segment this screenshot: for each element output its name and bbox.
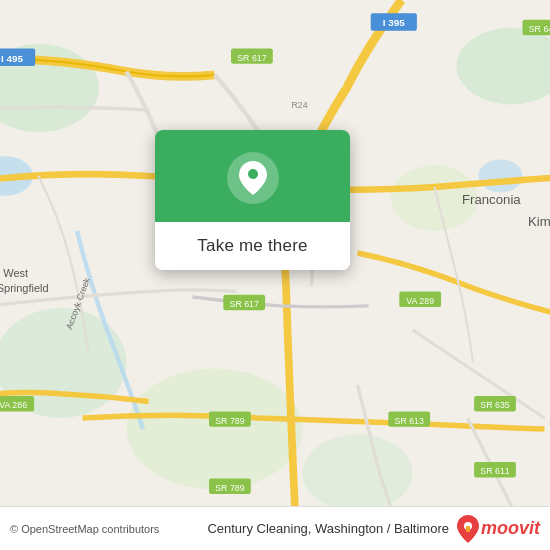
map-container: I 495 SR 617 I 395 SR 648 Franconia West… bbox=[0, 0, 550, 550]
svg-text:VA 289: VA 289 bbox=[406, 296, 434, 306]
moovit-pin-icon bbox=[457, 515, 479, 543]
svg-point-6 bbox=[303, 435, 413, 512]
svg-text:SR 789: SR 789 bbox=[215, 483, 244, 493]
svg-text:SR 617: SR 617 bbox=[230, 299, 259, 309]
location-pin-circle bbox=[227, 152, 279, 204]
svg-text:R24: R24 bbox=[292, 100, 308, 110]
svg-text:West: West bbox=[3, 267, 28, 279]
svg-text:SR 789: SR 789 bbox=[215, 416, 244, 426]
svg-point-5 bbox=[127, 369, 303, 490]
svg-rect-41 bbox=[466, 526, 470, 532]
svg-text:Franconia: Franconia bbox=[462, 191, 521, 206]
location-pin-icon bbox=[239, 164, 267, 192]
svg-text:SR 617: SR 617 bbox=[237, 53, 266, 63]
moovit-logo: moovit bbox=[457, 515, 540, 543]
svg-text:SR 648: SR 648 bbox=[529, 24, 550, 34]
svg-point-39 bbox=[248, 169, 258, 179]
svg-point-8 bbox=[479, 160, 523, 193]
place-name-text: Century Cleaning, Washington / Baltimore bbox=[207, 521, 449, 536]
location-popup: Take me there bbox=[155, 130, 350, 270]
attribution-text: © OpenStreetMap contributors bbox=[10, 523, 159, 535]
svg-text:I 395: I 395 bbox=[383, 17, 405, 28]
map-background: I 495 SR 617 I 395 SR 648 Franconia West… bbox=[0, 0, 550, 550]
svg-text:SR 635: SR 635 bbox=[480, 400, 509, 410]
moovit-brand-text: moovit bbox=[481, 518, 540, 539]
svg-text:SR 613: SR 613 bbox=[395, 416, 424, 426]
take-me-there-button[interactable]: Take me there bbox=[155, 222, 350, 270]
svg-text:I 495: I 495 bbox=[1, 53, 23, 64]
svg-text:SR 611: SR 611 bbox=[480, 466, 509, 476]
svg-text:VA 286: VA 286 bbox=[0, 400, 27, 410]
popup-header bbox=[155, 130, 350, 222]
bottom-right-area: Century Cleaning, Washington / Baltimore… bbox=[207, 515, 540, 543]
svg-text:Springfield: Springfield bbox=[0, 282, 49, 294]
svg-text:Kim: Kim bbox=[528, 213, 550, 228]
bottom-bar: © OpenStreetMap contributors Century Cle… bbox=[0, 506, 550, 550]
